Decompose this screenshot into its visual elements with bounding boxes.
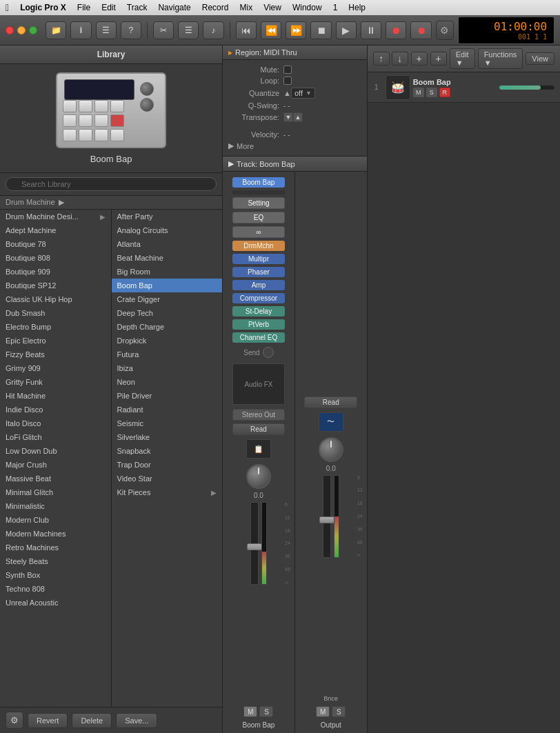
left-list-item[interactable]: Techno 808 [0, 582, 111, 596]
pause-btn[interactable]: ⏸ [361, 21, 381, 39]
transpose-up-btn[interactable]: ▲ [293, 112, 303, 122]
right-list-item[interactable]: Neon [112, 375, 223, 389]
mixer-btn[interactable]: ☰ [178, 21, 199, 39]
more-row[interactable]: ▶ More [228, 140, 361, 152]
fader-handle-boomba[interactable] [247, 543, 262, 550]
menu-file[interactable]: File [77, 3, 90, 12]
maximize-btn[interactable] [29, 26, 37, 34]
media-browser-btn[interactable]: 📁 [46, 21, 66, 39]
mute-btn-boomba[interactable]: M [243, 706, 257, 717]
left-list-item[interactable]: LoFi Glitch [0, 430, 111, 444]
fader-track-boomba[interactable] [250, 502, 259, 585]
menu-view[interactable]: View [263, 3, 281, 12]
left-list-item[interactable]: Massive Beat [0, 472, 111, 485]
menu-edit[interactable]: Edit [101, 3, 116, 12]
delete-btn[interactable]: Delete [72, 713, 112, 728]
right-list-item[interactable]: Video Star [112, 472, 223, 485]
multipr-btn[interactable]: Multipr [232, 254, 286, 264]
preset-name-btn[interactable]: Boom Bap [232, 177, 286, 188]
mute-btn-output[interactable]: M [316, 706, 330, 717]
quantize-select[interactable]: off ▼ [291, 88, 315, 99]
info-btn[interactable]: i [70, 21, 91, 39]
drum-pad[interactable] [110, 100, 124, 112]
left-list-item[interactable]: Minimal Glitch [0, 485, 111, 499]
edit-btn[interactable]: Edit ▼ [450, 48, 475, 69]
menu-navigate[interactable]: Navigate [158, 3, 190, 12]
right-list-item[interactable]: Dropkick [112, 334, 223, 348]
left-list-item[interactable]: Major Crush [0, 458, 111, 472]
left-list-item[interactable]: Classic UK Hip Hop [0, 292, 111, 306]
right-list-item[interactable]: Big Room [112, 265, 223, 279]
right-list-item[interactable]: Snapback [112, 444, 223, 458]
fast-forward-btn[interactable]: ⏩ [286, 21, 306, 39]
transpose-down-btn[interactable]: ▼ [283, 112, 293, 122]
channel-eq-btn[interactable]: Channel EQ [232, 332, 286, 343]
right-list-item[interactable]: Atlanta [112, 237, 223, 251]
left-list-item[interactable]: Minimalistic [0, 499, 111, 513]
gear-settings-btn[interactable]: ⚙ [6, 712, 23, 729]
left-list-item[interactable]: Steely Beats [0, 554, 111, 568]
left-list-item[interactable]: Unreal Acoustic [0, 596, 111, 610]
help-btn[interactable]: ? [121, 21, 141, 39]
left-list-item[interactable]: Boutique SP12 [0, 279, 111, 292]
drum-pad[interactable] [79, 114, 92, 127]
track-m-btn[interactable]: M [413, 88, 424, 97]
left-list-item[interactable]: Retro Machines [0, 541, 111, 554]
drmmchn-btn[interactable]: DrmMchn [232, 241, 286, 251]
ptverb-btn[interactable]: PtVerb [232, 319, 286, 330]
setting-btn[interactable]: Setting [232, 197, 286, 209]
transpose-stepper[interactable]: ▼ ▲ [283, 112, 303, 122]
settings-gear-btn[interactable]: ⚙ [436, 21, 454, 40]
add-marker-btn[interactable]: + [430, 52, 447, 66]
search-input[interactable] [6, 177, 217, 191]
velocity-control[interactable]: - - [283, 131, 290, 139]
channel-knob-output[interactable] [319, 437, 343, 462]
list-btn[interactable]: ☰ [96, 21, 117, 39]
left-list-item[interactable]: Electro Bump [0, 320, 111, 334]
drum-pad[interactable] [94, 100, 108, 112]
left-list-item[interactable]: Modern Club [0, 513, 111, 527]
right-list-item[interactable]: Pile Driver [112, 389, 223, 403]
record-btn[interactable]: ⏺ [386, 21, 406, 39]
solo-btn-boomba[interactable]: S [259, 706, 273, 717]
drum-pad[interactable] [63, 100, 77, 112]
stop-btn[interactable]: ⏹ [310, 21, 331, 39]
piano-btn[interactable]: ♪ [203, 21, 223, 39]
functions-btn[interactable]: Functions ▼ [478, 48, 523, 69]
left-list-item[interactable]: Dub Smash [0, 306, 111, 320]
right-list-item[interactable]: After Party [112, 210, 223, 223]
menu-help[interactable]: Help [348, 3, 366, 12]
left-list-item[interactable]: Gritty Funk [0, 375, 111, 389]
right-list-item[interactable]: Beat Machine [112, 251, 223, 265]
left-list-item[interactable]: Modern Machines [0, 527, 111, 541]
drum-pad[interactable] [79, 100, 92, 112]
mute-checkbox[interactable] [283, 66, 292, 74]
left-list-item[interactable]: Epic Electro [0, 334, 111, 348]
left-list-item[interactable]: Boutique 808 [0, 251, 111, 265]
read-btn-boomba[interactable]: Read [232, 423, 286, 435]
rewind-btn[interactable]: ⏪ [261, 21, 281, 39]
track-s-btn[interactable]: S [426, 88, 437, 97]
left-list-item[interactable]: Boutique 78 [0, 237, 111, 251]
right-list-item[interactable]: Deep Tech [112, 306, 223, 320]
close-btn[interactable] [6, 26, 14, 34]
left-list-item[interactable]: Grimy 909 [0, 361, 111, 375]
drum-pad[interactable] [94, 129, 108, 141]
left-list-item[interactable]: Italo Disco [0, 416, 111, 430]
channel-knob-boomba[interactable] [246, 464, 271, 489]
right-list-item[interactable]: Depth Charge [112, 320, 223, 334]
drum-pad[interactable] [94, 114, 108, 127]
up-btn[interactable]: ↑ [373, 52, 390, 66]
st-delay-btn[interactable]: St-Delay [232, 306, 286, 317]
solo-btn-output[interactable]: S [332, 706, 346, 717]
down-btn[interactable]: ↓ [392, 52, 408, 66]
drum-pad[interactable] [110, 129, 124, 141]
menu-record[interactable]: Record [202, 3, 229, 12]
menu-track[interactable]: Track [127, 3, 148, 12]
goto-start-btn[interactable]: ⏮ [236, 21, 257, 39]
send-toggle[interactable] [263, 347, 274, 358]
left-list-item[interactable]: Boutique 909 [0, 265, 111, 279]
loop-checkbox[interactable] [283, 77, 292, 85]
left-list-item[interactable]: Adept Machine [0, 223, 111, 237]
eq-btn[interactable]: EQ [232, 212, 286, 223]
